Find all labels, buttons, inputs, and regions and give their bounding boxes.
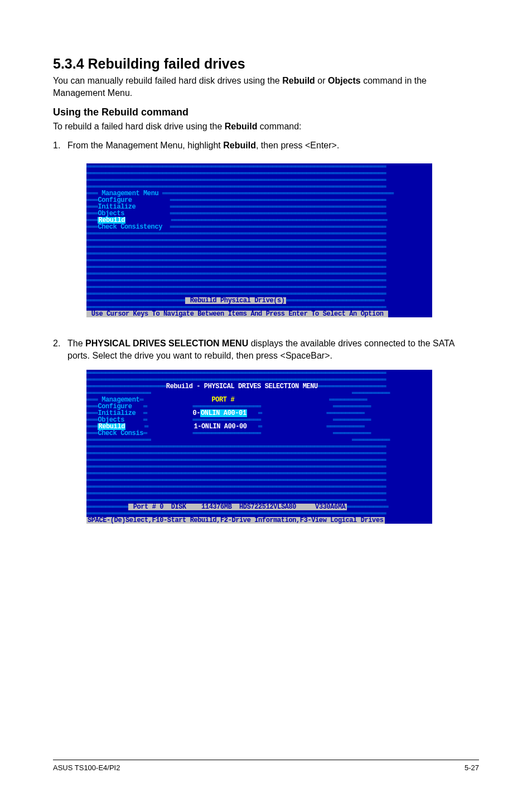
bios1-configure: Configure <box>98 197 132 204</box>
step-1-content: From the Management Menu, highlight Rebu… <box>67 139 479 152</box>
section-title: 5.3.4 Rebuilding failed drives <box>53 56 479 72</box>
bios1-rebuild-highlighted: Rebuild <box>98 217 125 224</box>
bios1-action-bar: Rebuild Physical Drive(s) <box>185 297 286 304</box>
intro-bold-objects: Objects <box>328 76 361 85</box>
section-number: 5.3.4 <box>53 56 84 71</box>
step-2-num: 2. <box>53 337 67 363</box>
bios1-objects: Objects <box>98 210 124 217</box>
step2-bold: PHYSICAL DRIVES SELECTION MENU <box>85 339 248 348</box>
bios1-menu-title: Management Menu <box>101 190 158 197</box>
page-footer: ASUS TS100-E4/PI2 5-27 <box>53 760 479 772</box>
intro-mid: or <box>315 76 328 85</box>
sub-bold: Rebuild <box>225 122 258 131</box>
step-1-num: 1. <box>53 139 67 152</box>
step-2: 2. The PHYSICAL DRIVES SELECTION MENU di… <box>53 337 479 363</box>
step-1: 1. From the Management Menu, highlight R… <box>53 139 479 152</box>
bios1-check: Check Consistency <box>98 224 162 230</box>
bios1-initialize: Initialize <box>98 204 136 210</box>
step1-post: , then press <Enter>. <box>256 141 339 150</box>
sub-post: command: <box>257 122 301 131</box>
step1-bold: Rebuild <box>223 141 256 150</box>
step1-pre: From the Management Menu, highlight <box>67 141 223 150</box>
section-heading: Rebuilding failed drives <box>88 56 245 71</box>
bios-screenshot-2: ════════════════════════════════════════… <box>86 370 432 524</box>
sub-pre: To rebuild a failed hard disk drive usin… <box>53 122 225 131</box>
intro-bold-rebuild: Rebuild <box>282 76 315 85</box>
intro-pre: You can manually rebuild failed hard dis… <box>53 76 282 85</box>
footer-right: 5-27 <box>465 764 479 772</box>
step2-pre: The <box>67 339 85 348</box>
subheading: Using the Rebuild command <box>53 107 479 118</box>
bios2-hint: SPACE-(De)Select,F10-Start Rebuild,F2-Dr… <box>86 517 385 524</box>
footer-left: ASUS TS100-E4/PI2 <box>53 764 120 772</box>
intro-paragraph: You can manually rebuild failed hard dis… <box>53 75 479 100</box>
bios-screenshot-1: ════════════════════════════════════════… <box>86 163 432 317</box>
bios1-hint: Use Cursor Keys To Navigate Between Item… <box>86 311 388 317</box>
step-2-content: The PHYSICAL DRIVES SELECTION MENU displ… <box>67 337 479 363</box>
subheading-line: To rebuild a failed hard disk drive usin… <box>53 120 479 133</box>
